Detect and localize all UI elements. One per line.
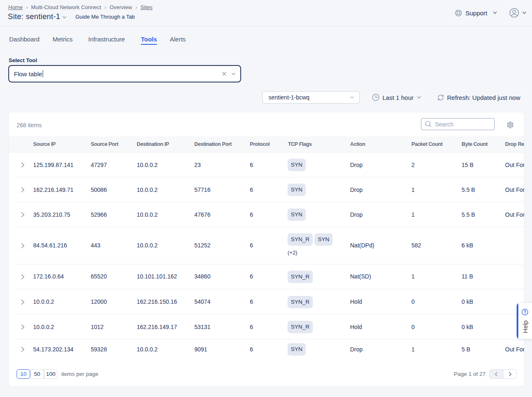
svg-text:?: ? bbox=[524, 310, 526, 315]
